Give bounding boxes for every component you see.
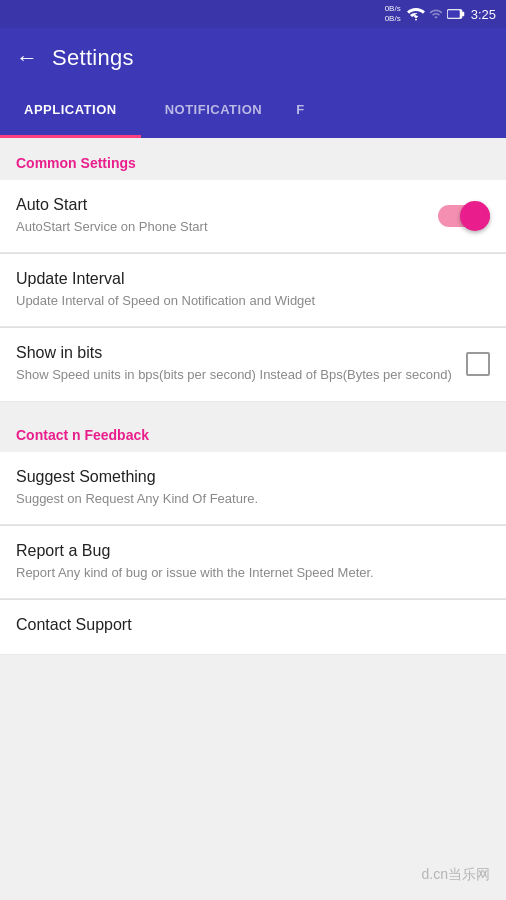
contact-support-title: Contact Support <box>16 616 478 634</box>
contact-support-text: Contact Support <box>16 616 490 638</box>
update-interval-desc: Update Interval of Speed on Notification… <box>16 292 478 310</box>
show-in-bits-title: Show in bits <box>16 344 454 362</box>
auto-start-title: Auto Start <box>16 196 426 214</box>
tab-f[interactable]: F <box>286 88 314 138</box>
download-speed: 0B/s <box>385 14 401 24</box>
svg-rect-1 <box>447 10 459 18</box>
report-bug-text: Report a Bug Report Any kind of bug or i… <box>16 542 490 582</box>
show-in-bits-checkbox[interactable] <box>466 352 490 376</box>
status-time: 3:25 <box>471 7 496 22</box>
show-in-bits-desc: Show Speed units in bps(bits per second)… <box>16 366 454 384</box>
auto-start-item: Auto Start AutoStart Service on Phone St… <box>0 180 506 253</box>
common-settings-header: Common Settings <box>0 138 506 180</box>
upload-speed: 0B/s <box>385 4 401 14</box>
show-in-bits-item: Show in bits Show Speed units in bps(bit… <box>0 328 506 401</box>
svg-rect-2 <box>462 12 464 17</box>
status-bar: 0B/s 0B/s 3:25 <box>0 0 506 28</box>
show-in-bits-text: Show in bits Show Speed units in bps(bit… <box>16 344 466 384</box>
contact-support-item[interactable]: Contact Support <box>0 600 506 655</box>
signal-icon <box>429 7 443 21</box>
settings-content: Common Settings Auto Start AutoStart Ser… <box>0 138 506 655</box>
auto-start-toggle[interactable] <box>438 201 490 231</box>
top-bar: ← Settings <box>0 28 506 88</box>
auto-start-text: Auto Start AutoStart Service on Phone St… <box>16 196 438 236</box>
suggest-something-text: Suggest Something Suggest on Request Any… <box>16 468 490 508</box>
auto-start-desc: AutoStart Service on Phone Start <box>16 218 426 236</box>
report-bug-item[interactable]: Report a Bug Report Any kind of bug or i… <box>0 526 506 599</box>
wifi-icon <box>407 7 425 21</box>
page-title: Settings <box>52 45 134 71</box>
report-bug-title: Report a Bug <box>16 542 478 560</box>
suggest-something-desc: Suggest on Request Any Kind Of Feature. <box>16 490 478 508</box>
common-settings-label: Common Settings <box>16 155 136 171</box>
toggle-thumb <box>460 201 490 231</box>
tab-bar: APPLICATION NOTIFICATION F <box>0 88 506 138</box>
contact-feedback-header: Contact n Feedback <box>0 410 506 452</box>
suggest-something-item[interactable]: Suggest Something Suggest on Request Any… <box>0 452 506 525</box>
tab-application[interactable]: APPLICATION <box>0 88 141 138</box>
contact-feedback-label: Contact n Feedback <box>16 427 149 443</box>
tab-notification[interactable]: NOTIFICATION <box>141 88 286 138</box>
battery-icon <box>447 7 465 21</box>
tab-active-indicator <box>0 135 141 138</box>
section-gap <box>0 402 506 410</box>
network-speed: 0B/s 0B/s <box>385 4 401 23</box>
watermark: d.cn当乐网 <box>422 866 490 884</box>
update-interval-item[interactable]: Update Interval Update Interval of Speed… <box>0 254 506 327</box>
status-icons <box>407 7 465 21</box>
update-interval-title: Update Interval <box>16 270 478 288</box>
report-bug-desc: Report Any kind of bug or issue with the… <box>16 564 478 582</box>
update-interval-text: Update Interval Update Interval of Speed… <box>16 270 490 310</box>
back-button[interactable]: ← <box>16 45 38 71</box>
suggest-something-title: Suggest Something <box>16 468 478 486</box>
